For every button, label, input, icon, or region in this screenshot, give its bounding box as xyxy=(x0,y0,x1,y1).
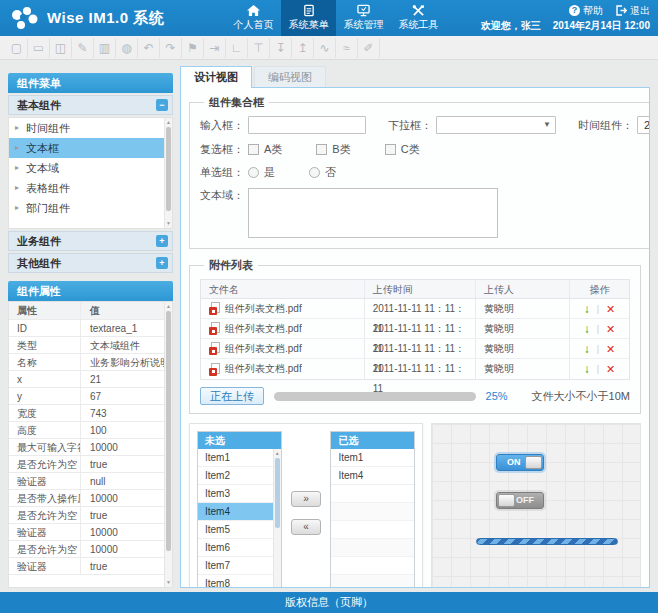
table-row[interactable]: 类型文本域组件 xyxy=(9,337,164,354)
table-row[interactable]: y67 xyxy=(9,388,164,405)
delete-icon[interactable]: ▥ xyxy=(94,38,116,58)
table-row[interactable]: 验证器true xyxy=(9,558,164,575)
list-item[interactable]: Item6 xyxy=(198,539,273,557)
scroll-down-icon[interactable]: ▼ xyxy=(165,579,172,586)
download-icon[interactable]: ↓ xyxy=(584,339,590,359)
table-row[interactable]: 是否允许为空true xyxy=(9,507,164,524)
edit-document-icon[interactable]: ✎ xyxy=(72,38,94,58)
flag-icon[interactable]: ⚑ xyxy=(182,38,204,58)
move-left-button[interactable]: « xyxy=(291,519,321,535)
import-doc-icon[interactable]: ↥ xyxy=(292,38,314,58)
uploading-button[interactable]: 正在上传 xyxy=(200,387,264,405)
properties-scrollbar[interactable]: ▲ ▼ xyxy=(164,302,172,587)
table-row[interactable]: 是否带入操作原因10000 xyxy=(9,490,164,507)
toggle-on[interactable]: ON xyxy=(496,454,544,471)
accordion-other-components[interactable]: 其他组件 + xyxy=(8,253,173,273)
download-icon[interactable]: ↓ xyxy=(584,319,590,339)
table-row[interactable]: 宽度743 xyxy=(9,405,164,422)
toggle-knob[interactable] xyxy=(525,456,542,469)
toggle-knob[interactable] xyxy=(498,494,515,507)
save-icon[interactable]: ◫ xyxy=(50,38,72,58)
line-wave-icon[interactable]: ∿ xyxy=(314,38,336,58)
list-item[interactable]: Item4 xyxy=(331,467,414,485)
table-row[interactable]: 名称业务影响分析说明 xyxy=(9,354,164,371)
list-item-selected[interactable]: Item4 xyxy=(198,503,273,521)
scroll-up-icon[interactable]: ▲ xyxy=(274,450,281,457)
list-item[interactable]: Item8 xyxy=(198,575,273,588)
help-link[interactable]: ?帮助 xyxy=(569,3,603,18)
scroll-up-icon[interactable]: ▲ xyxy=(165,303,172,310)
sort-icon[interactable]: ∟ xyxy=(226,38,248,58)
new-file-icon[interactable]: ▢ xyxy=(6,38,28,58)
sidebar-item-time-component[interactable]: ▸时间组件 xyxy=(9,118,164,138)
undo-icon[interactable]: ↶ xyxy=(138,38,160,58)
radio-no[interactable] xyxy=(309,167,320,178)
scrollbar-thumb[interactable] xyxy=(166,127,171,211)
input-label: 输入框： xyxy=(200,118,244,133)
table-row[interactable]: 是否允许为空10000 xyxy=(9,541,164,558)
table-row[interactable]: 最大可输入字符数10000 xyxy=(9,439,164,456)
sidebar-item-textarea[interactable]: ▸文本域 xyxy=(9,158,164,178)
radio-yes[interactable] xyxy=(248,167,259,178)
dropdown-select[interactable]: ▼ xyxy=(436,116,556,134)
textarea-field[interactable] xyxy=(248,188,498,238)
remove-icon[interactable]: ✕ xyxy=(606,339,615,359)
scroll-up-icon[interactable]: ▲ xyxy=(165,119,172,126)
table-row[interactable]: 验证器null xyxy=(9,473,164,490)
open-folder-icon[interactable]: ▭ xyxy=(28,38,50,58)
sidebar-item-table-component[interactable]: ▸表格组件 xyxy=(9,178,164,198)
list-item[interactable]: Item2 xyxy=(198,467,273,485)
tab-code-view[interactable]: 编码视图 xyxy=(254,66,326,87)
nav-system-menu[interactable]: 系统菜单 xyxy=(281,0,336,36)
list-item[interactable]: Item1 xyxy=(198,449,273,467)
list-item[interactable]: Item5 xyxy=(198,521,273,539)
list-item[interactable]: Item3 xyxy=(198,485,273,503)
expand-icon[interactable]: + xyxy=(156,235,168,247)
nav-system-management[interactable]: 系统管理 xyxy=(336,0,391,36)
remove-icon[interactable]: ✕ xyxy=(606,359,615,379)
tab-design-view[interactable]: 设计视图 xyxy=(180,66,252,88)
table-row[interactable]: 高度100 xyxy=(9,422,164,439)
scroll-down-icon[interactable]: ▼ xyxy=(274,586,281,588)
nav-system-tools[interactable]: 系统工具 xyxy=(391,0,446,36)
text-format-icon[interactable]: ⊤ xyxy=(248,38,270,58)
checkbox-class-a[interactable] xyxy=(248,144,259,155)
expand-icon[interactable]: + xyxy=(156,257,168,269)
remove-icon[interactable]: ✕ xyxy=(606,299,615,319)
download-icon[interactable]: ↓ xyxy=(584,299,590,319)
move-right-button[interactable]: » xyxy=(291,491,321,507)
pencil-icon[interactable]: ✐ xyxy=(358,38,380,58)
list-item[interactable]: Item7 xyxy=(198,557,273,575)
menu-doc-icon xyxy=(301,4,316,17)
app-logo-icon xyxy=(10,5,40,31)
exit-node-icon[interactable]: ⇥ xyxy=(204,38,226,58)
logout-link[interactable]: 退出 xyxy=(615,3,650,18)
collapse-icon[interactable]: − xyxy=(156,99,168,111)
table-row[interactable]: 是否允许为空true xyxy=(9,456,164,473)
nav-personal-home[interactable]: 个人首页 xyxy=(226,0,281,36)
list-scrollbar[interactable]: ▲ ▼ xyxy=(273,449,281,588)
export-doc-icon[interactable]: ↧ xyxy=(270,38,292,58)
table-row[interactable]: 验证器10000 xyxy=(9,524,164,541)
checkbox-class-c[interactable] xyxy=(385,144,396,155)
publish-icon[interactable]: ◍ xyxy=(116,38,138,58)
table-row[interactable]: IDtextarea_1 xyxy=(9,320,164,337)
download-icon[interactable]: ↓ xyxy=(584,359,590,379)
scrollbar-thumb[interactable] xyxy=(166,311,171,551)
remove-icon[interactable]: ✕ xyxy=(606,319,615,339)
sidebar-item-textbox[interactable]: ▸文本框 xyxy=(9,138,164,158)
list-item[interactable]: Item1 xyxy=(331,449,414,467)
sidebar-item-department-component[interactable]: ▸部门组件 xyxy=(9,198,164,218)
accordion-business-components[interactable]: 业务组件 + xyxy=(8,231,173,251)
accordion-basic-components[interactable]: 基本组件 − xyxy=(8,95,173,115)
curve-icon[interactable]: ≈ xyxy=(336,38,358,58)
checkbox-class-b[interactable] xyxy=(316,144,327,155)
toggle-off[interactable]: OFF xyxy=(496,492,544,509)
redo-icon[interactable]: ↷ xyxy=(160,38,182,58)
scroll-down-icon[interactable]: ▼ xyxy=(165,220,172,227)
text-input[interactable] xyxy=(248,116,366,134)
sidebar-list-scrollbar[interactable]: ▲ ▼ xyxy=(164,118,172,228)
table-row[interactable]: x21 xyxy=(9,371,164,388)
scrollbar-thumb[interactable] xyxy=(275,458,280,528)
date-field[interactable]: 2012-07-01 xyxy=(637,116,650,134)
